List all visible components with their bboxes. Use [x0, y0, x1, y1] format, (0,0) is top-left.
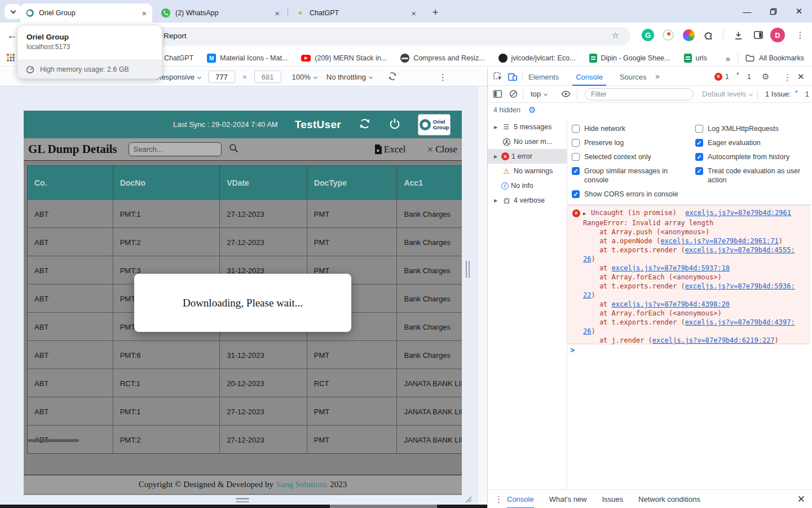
- bookmark-item[interactable]: urls: [684, 54, 707, 63]
- checkbox-icon[interactable]: [572, 153, 580, 161]
- console-setting[interactable]: Preserve log: [572, 138, 689, 147]
- target-extension-icon[interactable]: [661, 28, 676, 42]
- device-toolbar-toggle-icon[interactable]: [508, 72, 518, 84]
- emulation-scrollbar-track[interactable]: [478, 86, 487, 504]
- console-setting[interactable]: ✓Autocomplete from history: [695, 152, 812, 161]
- rotate-viewport-icon[interactable]: [387, 71, 398, 83]
- console-setting[interactable]: Log XMLHttpRequests: [695, 124, 812, 133]
- console-filter-list[interactable]: ▶☰5 messages: [488, 120, 567, 134]
- checkbox-icon[interactable]: [695, 125, 703, 133]
- viewport-corner-resize-handle[interactable]: [464, 494, 473, 506]
- device-height-input[interactable]: [254, 71, 281, 83]
- excel-export-button[interactable]: x Excel: [374, 144, 406, 155]
- all-bookmarks-button[interactable]: All Bookmarks: [745, 54, 804, 62]
- console-filter-warning[interactable]: ⚠No warnings: [488, 164, 567, 178]
- bookmark-item[interactable]: jvlcode/jvlcart: Eco...: [498, 54, 576, 63]
- bookmark-item[interactable]: (209) MERN Stack in...: [301, 54, 387, 62]
- console-filter-info[interactable]: iNo info: [488, 178, 567, 193]
- tab-close-icon[interactable]: ×: [411, 9, 416, 17]
- extensions-puzzle-icon[interactable]: [701, 28, 716, 42]
- profile-avatar[interactable]: D: [770, 28, 785, 42]
- console-prompt-icon[interactable]: >: [570, 345, 575, 354]
- stack-link[interactable]: 26: [583, 255, 591, 263]
- devtools-tab-sources[interactable]: Sources: [620, 68, 647, 86]
- live-expression-eye-icon[interactable]: [561, 90, 571, 100]
- expand-arrow-icon[interactable]: ▶: [492, 198, 499, 203]
- checkbox-checked-icon[interactable]: ✓: [572, 167, 580, 175]
- devtools-settings-icon[interactable]: ⚙: [762, 72, 769, 82]
- close-report-button[interactable]: × Close: [427, 143, 457, 156]
- restore-button[interactable]: [760, 0, 786, 23]
- new-tab-button[interactable]: +: [427, 5, 443, 20]
- console-setting[interactable]: ✓Show CORS errors in console: [572, 190, 689, 199]
- console-filter-error[interactable]: ▶×1 error: [488, 149, 567, 164]
- stack-link[interactable]: exceljs.js?v=87e79b4d:2961:71: [660, 237, 779, 245]
- devtools-tab-elements[interactable]: Elements: [528, 68, 559, 86]
- stack-link[interactable]: exceljs.js?v=87e79b4d:4397:: [685, 318, 795, 326]
- console-setting[interactable]: ✓Treat code evaluation as user action: [695, 167, 812, 185]
- devtools-menu-icon[interactable]: ⋮: [783, 72, 792, 82]
- error-badge-icon[interactable]: ×: [714, 73, 722, 81]
- checkbox-checked-icon[interactable]: ✓: [695, 139, 703, 147]
- device-width-input[interactable]: [208, 71, 235, 83]
- table-horizontal-scrollbar[interactable]: [27, 439, 79, 442]
- downloads-icon[interactable]: [731, 28, 745, 42]
- expand-arrow-icon[interactable]: ▶: [583, 209, 591, 218]
- log-levels-selector[interactable]: Default levels: [702, 90, 752, 98]
- apps-grid-icon[interactable]: [7, 54, 16, 63]
- stack-link[interactable]: exceljs.js?v=87e79b4d:4398:20: [612, 300, 730, 308]
- power-icon[interactable]: [389, 117, 401, 132]
- bookmark-item[interactable]: MMaterial Icons - Mat...: [207, 54, 288, 63]
- drawer-tab-what-s-new[interactable]: What's new: [549, 490, 587, 508]
- inspect-element-icon[interactable]: [493, 72, 503, 84]
- devtools-close-icon[interactable]: ✕: [797, 72, 805, 82]
- console-setting[interactable]: Selected context only: [572, 152, 689, 161]
- clear-console-icon[interactable]: [509, 89, 518, 100]
- bookmark-star-icon[interactable]: ☆: [612, 30, 619, 41]
- browser-menu-icon[interactable]: ⋮: [793, 28, 807, 42]
- search-icon[interactable]: [228, 143, 239, 156]
- console-setting[interactable]: ✓Group similar messages in console: [572, 167, 689, 185]
- checkbox-checked-icon[interactable]: ✓: [695, 153, 703, 161]
- bookmark-item[interactable]: Dipin - Google Shee...: [589, 54, 670, 63]
- stack-link[interactable]: 22: [583, 291, 591, 299]
- device-mode-select[interactable]: Responsive: [156, 73, 201, 81]
- grammarly-extension-icon[interactable]: G: [641, 28, 655, 42]
- expand-arrow-icon[interactable]: ▶: [492, 125, 499, 130]
- tab-close-icon[interactable]: ×: [142, 9, 147, 17]
- console-filter-input[interactable]: [585, 88, 694, 100]
- side-panel-icon[interactable]: [751, 28, 766, 42]
- console-setting[interactable]: ✓Eager evaluation: [695, 138, 812, 147]
- colorwheel-extension-icon[interactable]: [681, 28, 696, 42]
- stack-link[interactable]: exceljs.js?v=87e79b4d:6219:227: [652, 336, 775, 344]
- more-tabs-icon[interactable]: »: [655, 72, 660, 81]
- checkbox-icon[interactable]: [572, 139, 580, 147]
- tab-oriel-group[interactable]: Oriel Group ×: [20, 3, 152, 23]
- stack-link[interactable]: exceljs.js?v=87e79b4d:4555:: [685, 246, 795, 254]
- close-window-button[interactable]: ✕: [786, 0, 812, 23]
- checkbox-checked-icon[interactable]: ✓: [695, 167, 703, 175]
- console-setting[interactable]: Hide network: [572, 124, 689, 133]
- bookmarks-overflow-icon[interactable]: »: [726, 54, 730, 63]
- context-selector[interactable]: top: [531, 90, 547, 98]
- devtools-tab-console[interactable]: Console: [576, 68, 603, 86]
- drawer-menu-icon[interactable]: ⋮: [495, 494, 503, 505]
- stack-link[interactable]: 26: [583, 327, 591, 335]
- refresh-icon[interactable]: [358, 117, 372, 133]
- expand-arrow-icon[interactable]: ▶: [492, 154, 499, 159]
- console-filter-verbose[interactable]: ▶4 verbose: [488, 193, 567, 208]
- device-toolbar-menu-icon[interactable]: ⋮: [439, 72, 447, 82]
- drawer-tab-network-conditions[interactable]: Network conditions: [638, 490, 700, 508]
- throttling-select[interactable]: No throttling: [326, 73, 372, 81]
- bookmark-item[interactable]: Compress and Resiz...: [400, 54, 484, 63]
- drawer-tab-console[interactable]: Console: [507, 490, 534, 508]
- drawer-close-icon[interactable]: ✕: [797, 493, 805, 505]
- console-sidebar-toggle-icon[interactable]: [493, 89, 502, 100]
- checkbox-icon[interactable]: [572, 125, 580, 133]
- tab-whatsapp[interactable]: (2) WhatsApp ×: [156, 3, 285, 23]
- search-input[interactable]: [129, 142, 222, 156]
- tab-chatgpt[interactable]: ✳ ChatGPT ×: [290, 3, 422, 23]
- footer-link[interactable]: Sang Solutions: [276, 480, 327, 489]
- stack-link[interactable]: exceljs.js?v=87e79b4d:5937:18: [612, 264, 730, 272]
- minimize-button[interactable]: —: [734, 0, 760, 23]
